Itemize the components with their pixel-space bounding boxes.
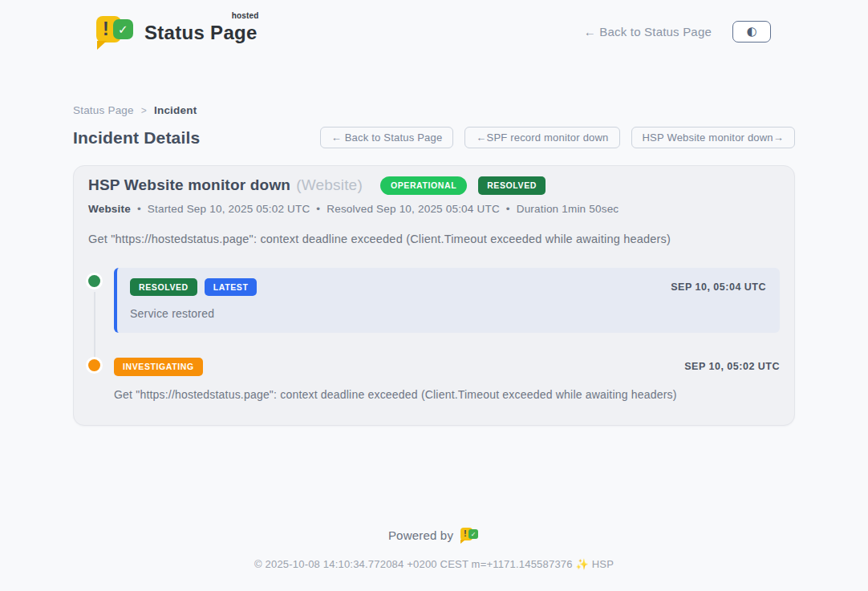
timeline-entry-header: RESOLVED LATEST SEP 10, 05:04 UTC	[130, 278, 766, 297]
status-page-logo-icon: ! ✓	[96, 14, 135, 49]
meta-component: Website	[88, 203, 131, 215]
next-incident-button[interactable]: HSP Website monitor down→	[631, 127, 795, 148]
operational-badge: OPERATIONAL	[380, 176, 467, 195]
latest-badge: LATEST	[205, 278, 258, 297]
incident-component: (Website)	[296, 176, 363, 194]
timeline-entry-resolved: RESOLVED LATEST SEP 10, 05:04 UTC Servic…	[88, 268, 780, 334]
incident-title-row: HSP Website monitor down (Website) OPERA…	[88, 176, 780, 195]
powered-by-label: Powered by	[388, 528, 453, 542]
incident-nav-buttons: ← Back to Status Page ←SPF record monito…	[320, 127, 795, 148]
main-content: Status Page > Incident Incident Details …	[73, 63, 795, 426]
breadcrumb-incident: Incident	[154, 104, 197, 116]
exclamation-icon: !	[103, 18, 109, 40]
timeline-message: Get "https://hostedstatus.page": context…	[114, 388, 780, 401]
incident-timeline: RESOLVED LATEST SEP 10, 05:04 UTC Servic…	[88, 268, 780, 401]
meta-resolved: Resolved Sep 10, 2025 05:04 UTC	[327, 203, 500, 215]
incident-card: HSP Website monitor down (Website) OPERA…	[73, 165, 795, 426]
timeline-marker	[88, 268, 99, 334]
meta-separator: •	[506, 203, 510, 215]
header-right: ← Back to Status Page ◐	[584, 21, 771, 43]
timeline-connector-line	[94, 292, 95, 361]
meta-duration: Duration 1min 50sec	[517, 203, 619, 215]
breadcrumb-status-page[interactable]: Status Page	[73, 104, 134, 116]
incident-title: HSP Website monitor down	[88, 176, 290, 194]
logo-superscript: hosted	[232, 11, 259, 20]
resolved-status-badge: RESOLVED	[478, 176, 546, 195]
timeline-entry-investigating: INVESTIGATING SEP 10, 05:02 UTC Get "htt…	[88, 357, 780, 401]
orange-dot-icon	[88, 359, 100, 371]
exclamation-icon: !	[464, 528, 467, 538]
timeline-plain-entry: INVESTIGATING SEP 10, 05:02 UTC Get "htt…	[114, 357, 780, 401]
timeline-message: Service restored	[130, 307, 766, 320]
meta-separator: •	[137, 203, 141, 215]
logo[interactable]: ! ✓ hosted Status Page	[96, 14, 258, 49]
breadcrumb-separator: >	[141, 105, 147, 116]
incident-meta: Website • Started Sep 10, 2025 05:02 UTC…	[88, 203, 780, 215]
timeline-timestamp: SEP 10, 05:02 UTC	[684, 361, 780, 372]
meta-separator: •	[316, 203, 320, 215]
incident-description: Get "https://hostedstatus.page": context…	[88, 233, 780, 245]
prev-incident-button[interactable]: ←SPF record monitor down	[464, 127, 619, 148]
brand-name: Status Page	[144, 22, 258, 43]
title-row: Incident Details ← Back to Status Page ←…	[73, 127, 795, 148]
back-to-status-page-button[interactable]: ← Back to Status Page	[320, 127, 454, 148]
powered-by: Powered by ! ✓	[388, 526, 480, 544]
copyright-text: © 2025-10-08 14:10:34.772084 +0200 CEST …	[0, 558, 868, 570]
header: ! ✓ hosted Status Page ← Back to Status …	[0, 0, 868, 63]
breadcrumb: Status Page > Incident	[73, 104, 795, 116]
page-title: Incident Details	[73, 128, 200, 148]
status-page-mini-logo-icon[interactable]: ! ✓	[460, 526, 480, 544]
footer: Powered by ! ✓ © 2025-10-08 14:10:34.772…	[0, 526, 868, 591]
timeline-entry-header: INVESTIGATING SEP 10, 05:02 UTC	[114, 358, 780, 376]
green-dot-icon	[88, 275, 100, 287]
timeline-highlight-card: RESOLVED LATEST SEP 10, 05:04 UTC Servic…	[114, 268, 780, 334]
meta-started: Started Sep 10, 2025 05:02 UTC	[148, 203, 310, 215]
timeline-marker	[88, 357, 99, 401]
check-icon: ✓	[468, 529, 478, 539]
investigating-badge: INVESTIGATING	[114, 358, 203, 376]
check-icon: ✓	[113, 19, 133, 39]
resolved-badge: RESOLVED	[130, 278, 197, 297]
theme-toggle-button[interactable]: ◐	[732, 21, 771, 43]
logo-text: hosted Status Page	[144, 14, 258, 44]
timeline-timestamp: SEP 10, 05:04 UTC	[671, 281, 766, 293]
back-to-status-page-link[interactable]: ← Back to Status Page	[584, 25, 712, 38]
dark-mode-icon: ◐	[746, 26, 756, 38]
